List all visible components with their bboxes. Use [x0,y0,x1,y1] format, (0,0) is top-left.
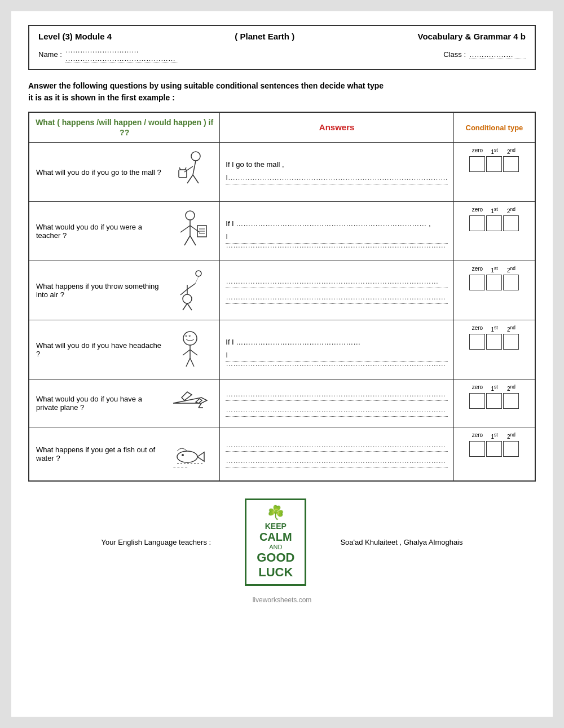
question-text-0: What will you do if you go to the mall ? [36,168,163,177]
answer-line2-4[interactable]: ……………………………………………………………………………… [226,405,448,417]
good-label: GOOD [257,550,294,565]
type-checkbox-5-1[interactable] [486,441,502,457]
question-image-0 [168,149,213,195]
question-image-1 [168,209,213,254]
type-checkbox-3-1[interactable] [486,334,502,350]
svg-point-0 [191,152,200,161]
svg-line-12 [184,236,190,245]
type-checkbox-1-0[interactable] [469,215,485,231]
svg-line-3 [193,175,199,183]
table-row: What happens if you get a fish out of wa… [29,427,535,482]
type-cell-1: zero1st2nd [453,202,535,261]
answer-line1-1[interactable]: If I …………………………………………………………………… , [226,219,448,228]
svg-point-18 [183,294,192,303]
luck-label: LUCK [257,565,294,580]
question-cell-2: What happens if you throw something into… [29,261,220,320]
type-checkbox-2-0[interactable] [469,275,485,290]
svg-line-21 [187,284,195,289]
class-field: Class : ……………… [443,46,526,63]
table-header-row: What ( happens /will happen / would happ… [29,112,535,143]
table-row: What would you do if you have a private … [29,380,535,427]
header-name-line: Name : ………………………… ……………………………………… Class … [38,46,526,63]
svg-line-32 [199,403,201,408]
svg-line-28 [190,350,197,355]
answer-line1-0[interactable]: If I go to the mall , [226,160,448,169]
watermark: liveworksheets.com [28,596,536,604]
keep-label: KEEP [257,522,294,531]
question-image-4 [168,386,213,420]
question-cell-0: What will you do if you go to the mall ? [29,143,220,202]
svg-line-2 [187,175,193,183]
instructions: Answer the following questions by using … [28,80,536,104]
header-top: Level (3) Module 4 ( Planet Earth ) Voca… [38,32,526,41]
col-type-header: Conditional type [453,112,535,143]
answer-line2-5[interactable]: ……………………………………………………………………………… [226,456,448,467]
svg-line-22 [183,303,187,310]
question-image-5: ~ ~ ~ ~ [168,434,213,474]
answer-cell-3: If I ……………………………………………I …………………………………………… [220,320,454,380]
col-answers-header: Answers [220,112,454,143]
name-dots[interactable]: ………………………… ……………………………………… [65,46,178,63]
subject: Vocabulary & Grammar 4 b [418,32,526,41]
svg-line-27 [183,350,190,355]
answer-cell-5: …………………………………………………………………………………………………………… [220,427,454,482]
type-checkbox-2-2[interactable] [503,275,519,290]
type-checkbox-4-0[interactable] [469,393,485,409]
level-module: Level (3) Module 4 [38,32,112,41]
and-label: AND [257,544,294,550]
question-text-5: What happens if you get a fish out of wa… [36,445,163,462]
footer-section: Your English Language teachers : ☘️ KEEP… [28,498,536,586]
answer-cell-2: …………………………………………………………………………………………………………… [220,261,454,320]
keep-calm-box: ☘️ KEEP CALM AND GOOD LUCK [245,498,306,586]
topic: ( Planet Earth ) [235,32,294,41]
answer-line1-4[interactable]: ……………………………………………………………………………… [226,390,448,401]
type-checkbox-5-0[interactable] [469,441,485,457]
type-checkbox-4-1[interactable] [486,393,502,409]
svg-text:~ ~ ~ ~: ~ ~ ~ ~ [173,465,188,470]
answer-line2-2[interactable]: ……………………………………………………………………………… [226,293,448,304]
question-text-4: What would you do if you have a private … [36,395,163,412]
class-label: Class : [443,50,466,59]
answer-line1-3[interactable]: If I …………………………………………… [226,338,448,346]
answer-line1-2[interactable]: …………………………………………………………………………… [226,277,448,288]
answer-line2-3[interactable]: I ……………………………………………………………………………… [226,351,448,362]
type-checkbox-2-1[interactable] [486,275,502,290]
answer-line2-1[interactable]: I ……………………………………………………………………………… [226,232,448,244]
svg-point-24 [196,271,201,276]
svg-line-23 [187,303,192,310]
question-text-2: What happens if you throw something into… [36,282,163,299]
svg-line-1 [193,161,196,175]
svg-point-35 [182,454,184,456]
name-field: Name : ………………………… ……………………………………… [38,46,178,63]
type-checkbox-1-2[interactable] [503,215,519,231]
svg-line-10 [180,226,190,232]
answer-line1-5[interactable]: ……………………………………………………………………………… [226,440,448,452]
question-cell-5: What happens if you get a fish out of wa… [29,427,220,482]
type-checkbox-1-1[interactable] [486,215,502,231]
question-image-3: x x [168,327,213,372]
svg-text:x x: x x [185,333,191,338]
col-question-header: What ( happens /will happen / would happ… [29,112,220,143]
type-checkbox-0-0[interactable] [469,156,485,172]
type-checkbox-0-1[interactable] [486,156,502,172]
name-label: Name : [38,50,62,59]
type-cell-3: zero1st2nd [453,320,535,380]
type-checkbox-5-2[interactable] [503,441,519,457]
class-dots[interactable]: ……………… [469,50,526,59]
question-text-3: What will you do if you have headache ? [36,341,163,358]
type-cell-0: zero1st2nd [453,143,535,202]
question-cell-4: What would you do if you have a private … [29,380,220,427]
question-text-1: What would you do if you were a teacher … [36,223,163,240]
type-checkbox-0-2[interactable] [503,156,519,172]
main-table: What ( happens /will happen / would happ… [28,112,536,482]
table-row: What would you do if you were a teacher … [29,202,535,261]
table-row: What happens if you throw something into… [29,261,535,320]
answer-cell-0: If I go to the mall ,I………………………………………………… [220,143,454,202]
type-checkbox-3-0[interactable] [469,334,485,350]
type-checkbox-3-2[interactable] [503,334,519,350]
svg-line-29 [186,358,190,367]
question-cell-1: What would you do if you were a teacher … [29,202,220,261]
answer-line2-0[interactable]: I……………………………………………………………………………… [226,173,448,184]
question-cell-3: What will you do if you have headache ? … [29,320,220,380]
type-checkbox-4-2[interactable] [503,393,519,409]
